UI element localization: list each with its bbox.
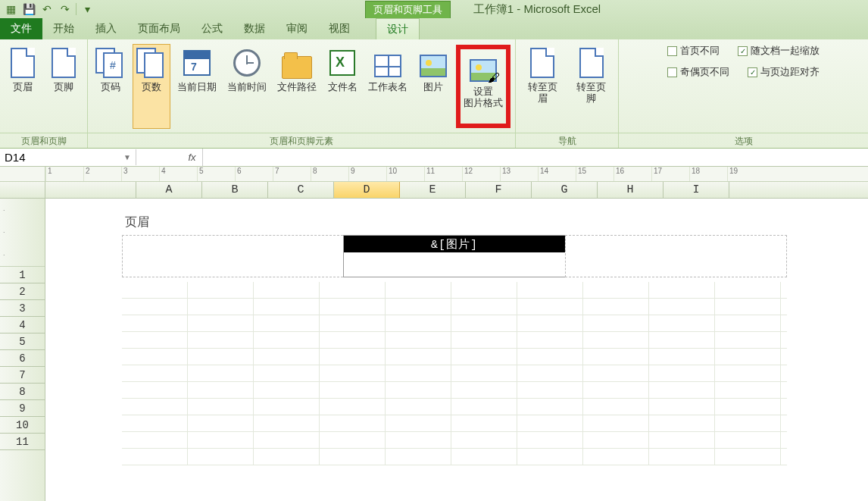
fx-label[interactable]: fx — [182, 149, 203, 166]
cell[interactable] — [122, 365, 188, 381]
cell[interactable] — [188, 432, 254, 448]
tab-insert[interactable]: 插入 — [85, 18, 127, 39]
cell[interactable] — [517, 415, 583, 431]
cell[interactable] — [122, 299, 188, 315]
cell[interactable] — [649, 399, 715, 415]
cell[interactable] — [715, 282, 781, 298]
header-left-box[interactable] — [122, 235, 343, 277]
cell[interactable] — [649, 299, 715, 315]
cell[interactable] — [254, 399, 320, 415]
cell[interactable] — [188, 332, 254, 348]
redo-icon[interactable]: ↷ — [58, 2, 73, 17]
cell[interactable] — [386, 349, 451, 365]
row-header-8[interactable]: 8 — [0, 384, 45, 400]
cell[interactable] — [451, 399, 517, 415]
tab-data[interactable]: 数据 — [233, 18, 276, 39]
undo-icon[interactable]: ↶ — [39, 2, 55, 17]
cell[interactable] — [320, 349, 386, 365]
save-icon[interactable]: 💾 — [21, 2, 36, 17]
column-header-D[interactable]: D — [334, 182, 400, 198]
cell[interactable] — [122, 382, 188, 398]
cell[interactable] — [451, 349, 517, 365]
cell[interactable] — [583, 282, 649, 298]
file-tab[interactable]: 文件 — [0, 18, 42, 39]
cell[interactable] — [320, 365, 386, 381]
column-header-G[interactable]: G — [532, 182, 598, 198]
cell[interactable] — [649, 382, 715, 398]
cell[interactable] — [320, 449, 386, 465]
diff-odd-even-checkbox[interactable]: 奇偶页不同 — [667, 65, 729, 79]
page-layout-area[interactable]: 页眉 &[图片] — [45, 199, 868, 501]
row-header-11[interactable]: 11 — [0, 434, 45, 450]
cell[interactable] — [386, 382, 451, 398]
cell[interactable] — [451, 299, 517, 315]
cell[interactable] — [715, 332, 781, 348]
cell[interactable] — [386, 365, 451, 381]
row-header-2[interactable]: 2 — [0, 283, 45, 300]
cell[interactable] — [715, 382, 781, 398]
cell[interactable] — [254, 349, 320, 365]
cell[interactable] — [583, 399, 649, 415]
cell[interactable] — [451, 332, 517, 348]
cell[interactable] — [715, 449, 781, 465]
format-picture-button[interactable]: 🖌 设置 图片格式 — [456, 45, 510, 128]
cell[interactable] — [451, 365, 517, 381]
cell[interactable] — [254, 365, 320, 381]
tab-design[interactable]: 设计 — [376, 18, 420, 39]
row-header-3[interactable]: 3 — [0, 300, 45, 317]
current-time-button[interactable]: 当前时间 — [224, 45, 270, 128]
cell[interactable] — [517, 332, 583, 348]
cell[interactable] — [122, 449, 188, 465]
cell[interactable] — [649, 432, 715, 448]
cell[interactable] — [386, 415, 451, 431]
cell[interactable] — [583, 432, 649, 448]
cell[interactable] — [254, 449, 320, 465]
goto-footer-button[interactable]: 转至页脚 — [570, 45, 614, 128]
cell[interactable] — [451, 432, 517, 448]
cell[interactable] — [320, 415, 386, 431]
cell[interactable] — [386, 282, 451, 298]
cell[interactable] — [188, 315, 254, 331]
row-header-7[interactable]: 7 — [0, 367, 45, 384]
cell[interactable] — [649, 332, 715, 348]
sheet-name-button[interactable]: 工作表名 — [365, 45, 411, 128]
cell[interactable] — [188, 365, 254, 381]
cell[interactable] — [122, 415, 188, 431]
column-header-A[interactable]: A — [136, 182, 202, 198]
cell[interactable] — [451, 415, 517, 431]
cell[interactable] — [386, 432, 451, 448]
header-right-box[interactable] — [565, 235, 787, 277]
cell[interactable] — [254, 282, 320, 298]
cell[interactable] — [188, 349, 254, 365]
cell[interactable] — [517, 315, 583, 331]
cell[interactable] — [715, 432, 781, 448]
cell[interactable] — [715, 349, 781, 365]
cell[interactable] — [188, 282, 254, 298]
cell[interactable] — [451, 282, 517, 298]
cell[interactable] — [122, 282, 188, 298]
cell[interactable] — [649, 349, 715, 365]
cell[interactable] — [188, 382, 254, 398]
goto-header-button[interactable]: 转至页眉 — [520, 45, 565, 128]
name-box-dropdown-icon[interactable]: ▼ — [123, 153, 131, 161]
cell[interactable] — [320, 399, 386, 415]
cell[interactable] — [254, 415, 320, 431]
column-header-B[interactable]: B — [202, 182, 268, 198]
cell[interactable] — [583, 449, 649, 465]
cell[interactable] — [188, 399, 254, 415]
table-row[interactable] — [122, 415, 787, 432]
table-row[interactable] — [122, 449, 787, 465]
cell[interactable] — [320, 332, 386, 348]
column-header-C[interactable]: C — [268, 182, 334, 198]
column-header-E[interactable]: E — [400, 182, 466, 198]
current-date-button[interactable]: 7 当前日期 — [174, 45, 220, 128]
cell[interactable] — [517, 382, 583, 398]
file-path-button[interactable]: 文件路径 — [274, 45, 320, 128]
table-row[interactable] — [122, 315, 787, 332]
row-header-4[interactable]: 4 — [0, 317, 45, 333]
cell[interactable] — [715, 299, 781, 315]
cell[interactable] — [320, 432, 386, 448]
page-number-button[interactable]: # 页码 — [92, 45, 129, 128]
cell[interactable] — [583, 315, 649, 331]
header-button[interactable]: 页眉 — [5, 45, 41, 128]
